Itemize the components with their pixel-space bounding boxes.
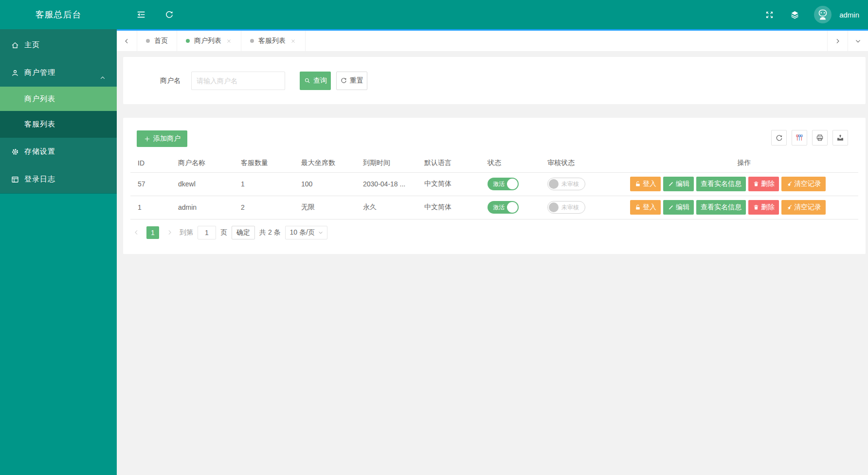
home-icon — [11, 41, 19, 50]
delete-label: 删除 — [761, 180, 775, 188]
clear-records-button[interactable]: 清空记录 — [781, 200, 826, 215]
clear-records-label: 清空记录 — [794, 203, 821, 212]
login-button[interactable]: 登入 — [630, 177, 661, 191]
login-button[interactable]: 登入 — [630, 200, 661, 215]
brush-icon — [786, 181, 793, 187]
cell-default-language: 中文简体 — [417, 196, 480, 219]
col-max-seats: 最大坐席数 — [294, 154, 356, 172]
chevron-down-icon — [318, 230, 324, 236]
query-button-label: 查询 — [313, 76, 327, 85]
sidebar-item-service-list[interactable]: 客服列表 — [0, 111, 117, 138]
edit-button[interactable]: 编辑 — [663, 177, 694, 191]
close-icon[interactable] — [290, 38, 296, 44]
fullscreen-icon — [765, 10, 774, 19]
table-header-row: ID 商户名称 客服数量 最大坐席数 到期时间 默认语言 状态 审核状态 操作 — [130, 154, 858, 172]
page-size-label: 10 条/页 — [290, 228, 315, 237]
table-refresh-button[interactable] — [771, 130, 787, 146]
goto-confirm-button[interactable]: 确定 — [232, 226, 255, 239]
query-button[interactable]: 查询 — [300, 72, 331, 90]
columns-icon — [795, 133, 804, 142]
cell-agent-count: 2 — [234, 196, 294, 219]
username[interactable]: admin — [839, 11, 859, 19]
toggle-knob — [549, 202, 559, 212]
col-merchant-name: 商户名称 — [171, 154, 234, 172]
close-icon[interactable] — [226, 38, 232, 44]
delete-button[interactable]: 删除 — [748, 177, 779, 191]
sidebar-item-home[interactable]: 主页 — [0, 31, 117, 59]
toggle-knob — [507, 202, 518, 213]
sidebar-item-label: 商户管理 — [24, 68, 55, 77]
table-print-button[interactable] — [812, 130, 828, 146]
cell-id: 57 — [130, 172, 171, 196]
sidebar-menu: 主页 商户管理 商户列表 客服列表 存储设置 登录日志 — [0, 29, 117, 193]
sidebar-item-login-logs[interactable]: 登录日志 — [0, 165, 117, 193]
unlock-icon — [634, 204, 641, 211]
sidebar-item-merchant-list[interactable]: 商户列表 — [0, 87, 117, 111]
delete-button[interactable]: 删除 — [748, 200, 779, 215]
cell-id: 1 — [130, 196, 171, 219]
reset-button[interactable]: 重置 — [336, 72, 367, 90]
delete-label: 删除 — [761, 203, 775, 212]
status-toggle[interactable]: 激活 — [488, 178, 519, 190]
chevron-down-icon — [854, 37, 862, 45]
sidebar-item-storage-settings[interactable]: 存储设置 — [0, 138, 117, 165]
edit-label: 编辑 — [676, 180, 689, 188]
app-title: 客服总后台 — [0, 0, 117, 29]
view-realname-button[interactable]: 查看实名信息 — [696, 177, 746, 191]
pencil-icon — [668, 204, 674, 211]
toggle-knob — [507, 179, 518, 189]
pencil-icon — [668, 181, 674, 187]
audit-toggle-label: 未审核 — [561, 203, 579, 212]
sidebar-item-label: 主页 — [24, 40, 40, 50]
goto-page-input[interactable] — [198, 226, 216, 239]
collapse-sidebar-button[interactable] — [130, 0, 152, 29]
cell-agent-count: 1 — [234, 172, 294, 196]
user-avatar[interactable] — [814, 6, 832, 23]
merchant-name-input[interactable] — [191, 72, 285, 90]
sidebar-item-merchant-management[interactable]: 商户管理 — [0, 59, 117, 87]
add-merchant-button[interactable]: 添加商户 — [137, 130, 187, 147]
tab-merchant-list[interactable]: 商户列表 — [177, 31, 241, 51]
status-toggle[interactable]: 激活 — [488, 201, 519, 214]
login-label: 登入 — [643, 203, 656, 212]
clear-records-button[interactable]: 清空记录 — [781, 177, 826, 191]
tab-service-list[interactable]: 客服列表 — [241, 31, 306, 51]
edit-button[interactable]: 编辑 — [663, 200, 694, 215]
theme-button[interactable] — [784, 0, 805, 29]
table-columns-filter-button[interactable] — [792, 130, 807, 146]
trash-icon — [753, 204, 760, 211]
login-label: 登入 — [643, 180, 656, 188]
cell-expire-time: 2030-04-18 ... — [356, 172, 417, 196]
tabs-scroll-right-button[interactable] — [827, 31, 848, 51]
view-realname-label: 查看实名信息 — [701, 180, 741, 188]
audit-toggle[interactable]: 未审核 — [547, 201, 585, 214]
tab-label: 首页 — [154, 37, 168, 45]
tab-home[interactable]: 首页 — [137, 31, 177, 51]
table-toolbar — [771, 130, 848, 146]
tabs-scroll-left-button[interactable] — [117, 31, 137, 51]
audit-toggle-label: 未审核 — [561, 180, 579, 188]
next-page-button[interactable] — [163, 226, 175, 239]
table-row: 1 admin 2 无限 永久 中文简体 激活 未审核 — [130, 196, 858, 219]
fullscreen-button[interactable] — [759, 0, 780, 29]
table-export-button[interactable] — [832, 130, 848, 146]
refresh-page-button[interactable] — [159, 0, 180, 29]
prev-page-button[interactable] — [130, 226, 142, 239]
audit-toggle[interactable]: 未审核 — [547, 178, 585, 190]
brush-icon — [786, 204, 793, 211]
tabs-menu-button[interactable] — [848, 31, 868, 51]
chevron-right-icon — [834, 37, 841, 45]
cell-max-seats: 无限 — [294, 196, 356, 219]
printer-icon — [815, 133, 824, 142]
tab-dot — [250, 39, 254, 43]
page-size-select[interactable]: 10 条/页 — [285, 226, 327, 239]
sidebar-item-label: 登录日志 — [24, 175, 55, 184]
total-count-label: 共 2 条 — [259, 228, 281, 237]
current-page-button[interactable]: 1 — [146, 226, 159, 239]
view-realname-label: 查看实名信息 — [701, 203, 741, 212]
sidebar: 客服总后台 主页 商户管理 商户列表 客服列表 存储设置 登录日志 — [0, 0, 117, 475]
tab-dot-active — [186, 39, 190, 43]
refresh-icon — [164, 10, 174, 19]
view-realname-button[interactable]: 查看实名信息 — [696, 200, 746, 215]
unlock-icon — [634, 181, 641, 187]
